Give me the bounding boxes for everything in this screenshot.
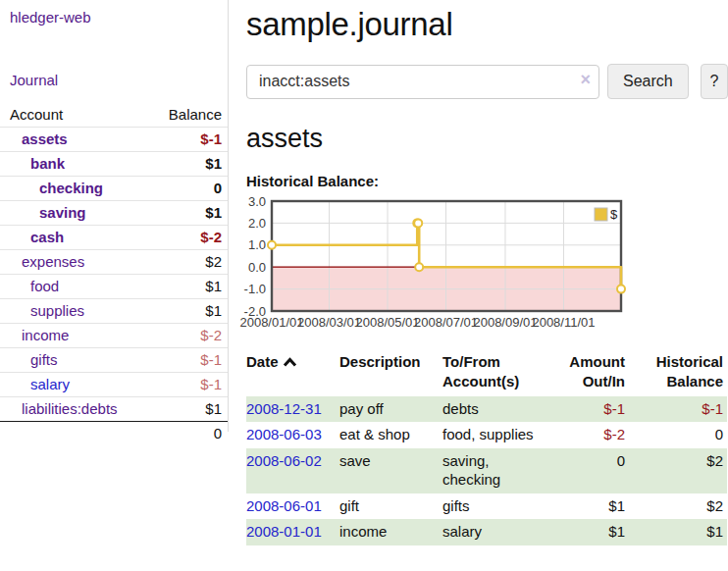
accounts-header-account: Account	[10, 105, 63, 124]
account-link[interactable]: salary	[30, 375, 70, 394]
sidebar-account-liabilities-debts: liabilities:debts$1	[0, 396, 228, 421]
svg-text:2008/03/01: 2008/03/01	[297, 315, 361, 330]
svg-text:2008/07/01: 2008/07/01	[414, 315, 478, 330]
account-balance: $-1	[200, 375, 222, 394]
historical-balance-chart: 3.02.01.00.0-1.0-2.02008/01/012008/03/01…	[235, 192, 728, 337]
svg-text:2008/11/01: 2008/11/01	[532, 315, 595, 330]
transaction-date-link[interactable]: 2008-12-31	[246, 400, 322, 417]
account-balance: $-2	[200, 228, 222, 247]
sidebar-item-journal[interactable]: Journal	[10, 72, 69, 88]
sidebar-account-income: income$-2	[0, 323, 228, 347]
cell-accounts: salary	[442, 519, 548, 545]
account-balance: $-2	[200, 326, 222, 345]
account-link[interactable]: income	[22, 326, 69, 345]
svg-text:2.0: 2.0	[248, 216, 266, 231]
register-row: 2008-06-03eat & shopfood, supplies$-20	[246, 422, 727, 448]
clear-search-icon[interactable]: ×	[580, 70, 591, 90]
column-header-amount: Amount Out/In	[548, 350, 629, 396]
account-link[interactable]: expenses	[22, 252, 84, 272]
chart-canvas: 3.02.01.00.0-1.0-2.02008/01/012008/03/01…	[235, 192, 726, 337]
cell-amount: $1	[548, 519, 629, 545]
account-balance: $1	[205, 203, 222, 223]
accounts-list: assets$-1bank$1checking0saving$1cash$-2e…	[0, 127, 228, 421]
cell-balance: $1	[629, 519, 727, 545]
register-row: 2008-06-01giftgifts$1$2	[246, 493, 727, 520]
account-balance: $1	[205, 277, 222, 296]
account-balance: $1	[205, 154, 222, 174]
cell-date: 2008-01-01	[246, 519, 339, 545]
svg-text:2008/09/01: 2008/09/01	[473, 315, 537, 330]
cell-accounts: debts	[442, 396, 548, 423]
page-title: sample.journal	[246, 6, 728, 43]
account-link[interactable]: bank	[30, 154, 65, 174]
svg-text:-1.0: -1.0	[244, 282, 266, 296]
register-row: 2008-12-31pay offdebts$-1$-1	[246, 396, 727, 423]
svg-text:$: $	[610, 207, 618, 222]
svg-text:3.0: 3.0	[248, 194, 266, 209]
cell-description: pay off	[339, 396, 442, 423]
accounts-header-balance: Balance	[169, 105, 222, 124]
sidebar-account-assets: assets$-1	[0, 127, 228, 151]
cell-date: 2008-06-03	[246, 422, 339, 448]
sidebar-account-bank: bank$1	[0, 151, 228, 176]
register-row: 2008-06-02savesaving, checking0$2	[246, 448, 727, 493]
app-brand-link[interactable]: hledger-web	[10, 9, 91, 26]
register-table: Date Description To/From Account(s) Amou…	[246, 350, 727, 545]
search-input[interactable]	[246, 65, 599, 99]
sidebar-account-checking: checking0	[0, 176, 228, 200]
cell-amount: $1	[548, 493, 629, 520]
svg-text:2008/05/01: 2008/05/01	[355, 315, 419, 330]
cell-amount: 0	[548, 448, 629, 493]
cell-accounts: gifts	[442, 493, 548, 520]
transaction-date-link[interactable]: 2008-06-02	[246, 452, 322, 469]
register-header-row: Date Description To/From Account(s) Amou…	[246, 350, 727, 396]
cell-amount: $-2	[548, 422, 629, 448]
cell-description: gift	[339, 493, 442, 520]
account-link[interactable]: saving	[39, 203, 86, 223]
account-balance: $1	[205, 301, 222, 321]
svg-text:2008/01/01: 2008/01/01	[239, 315, 303, 330]
cell-accounts: food, supplies	[442, 422, 548, 448]
main-content: sample.journal × Search ? assets Histori…	[235, 0, 728, 545]
chart-title: Historical Balance:	[246, 173, 728, 189]
search-button[interactable]: Search	[607, 64, 689, 99]
sidebar-account-salary: salary$-1	[0, 372, 228, 396]
account-link[interactable]: gifts	[30, 350, 58, 370]
cell-description: save	[339, 448, 442, 493]
cell-balance: $2	[629, 493, 727, 520]
sidebar-account-saving: saving$1	[0, 200, 228, 225]
account-link[interactable]: supplies	[30, 301, 84, 321]
cell-date: 2008-12-31	[246, 396, 339, 423]
column-header-accounts: To/From Account(s)	[442, 350, 548, 396]
cell-description: income	[339, 519, 442, 545]
account-link[interactable]: cash	[30, 228, 64, 247]
account-link[interactable]: checking	[39, 179, 103, 198]
register-row: 2008-01-01incomesalary$1$1	[246, 519, 727, 545]
account-link[interactable]: liabilities:debts	[22, 399, 118, 419]
cell-date: 2008-06-01	[246, 493, 339, 520]
transaction-date-link[interactable]: 2008-06-03	[246, 426, 322, 442]
account-balance: 0	[214, 179, 222, 198]
cell-balance: 0	[629, 422, 727, 448]
cell-balance: $-1	[629, 396, 727, 423]
sidebar: hledger-web Journal Account Balance asse…	[0, 0, 229, 432]
transaction-date-link[interactable]: 2008-06-01	[246, 497, 322, 514]
help-button[interactable]: ?	[701, 64, 728, 99]
account-link[interactable]: assets	[22, 130, 68, 149]
sidebar-account-supplies: supplies$1	[0, 298, 228, 323]
search-form: × Search ?	[246, 64, 728, 99]
transaction-date-link[interactable]: 2008-01-01	[246, 523, 322, 540]
sidebar-account-gifts: gifts$-1	[0, 347, 228, 372]
cell-date: 2008-06-02	[246, 448, 339, 493]
cell-description: eat & shop	[339, 422, 442, 448]
column-header-date[interactable]: Date	[246, 350, 339, 396]
accounts-total: 0	[0, 421, 228, 445]
cell-amount: $-1	[548, 396, 629, 423]
account-link[interactable]: food	[30, 277, 59, 296]
account-balance: $-1	[200, 350, 222, 370]
account-balance: $-1	[200, 130, 222, 149]
svg-text:1.0: 1.0	[248, 237, 266, 252]
sidebar-account-expenses: expenses$2	[0, 249, 228, 274]
svg-text:0.0: 0.0	[248, 260, 266, 275]
column-header-balance: Historical Balance	[629, 350, 727, 396]
